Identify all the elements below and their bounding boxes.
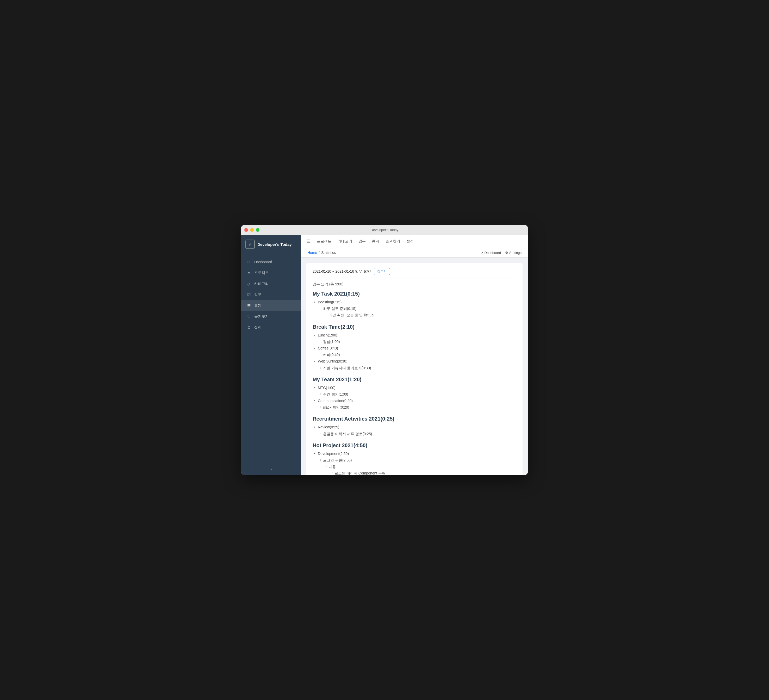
content-area: ☰ 프로젝트 카테고리 업무 통계 즐겨찾기 설정 Home / Statist… [301,235,528,475]
sidebar-nav: ⊙ Dashboard ≡ 프로젝트 ◇ 카테고리 ☑ 업무 ☰ 통계 [241,254,301,462]
sidebar-label-settings: 설정 [254,325,262,330]
toggle-summary-button[interactable]: 감추기 [374,268,390,275]
list-item: MTG(1:00) [313,385,516,391]
task-section: Hot Project 2021(4:50)Development(2:50)로… [313,442,516,475]
breadcrumb-actions: ↗ Dashboard ⚙ Settings [480,251,521,255]
traffic-lights [245,228,259,232]
list-item: 로그인 구현(2:50) [313,457,516,464]
task-section-title: Recruitment Activities 2021(0:25) [313,416,516,422]
summary-total: 업무 요약 (총 9:00) [313,282,516,287]
categories-icon: ◇ [246,281,251,286]
favorites-icon: ♡ [246,314,251,319]
list-item: Boosting(0:15) [313,299,516,305]
list-item: 점심(1:00) [313,339,516,345]
nav-item-categories[interactable]: 카테고리 [338,238,352,245]
tasks-icon: ☑ [246,292,251,297]
sidebar-label-tasks: 업무 [254,292,262,297]
sidebar-label-dashboard: Dashboard [254,260,272,264]
list-item: Development(2:50) [313,451,516,457]
nav-item-settings[interactable]: 설정 [406,238,413,245]
task-section: My Team 2021(1:20)MTG(1:00)주간 회의(1:00)Co… [313,377,516,411]
dashboard-action-icon: ↗ [480,251,483,255]
settings-icon: ⚙ [246,325,251,330]
app-window: Developer's Today ✓ Developer's Today ⊙ … [241,225,528,475]
breadcrumb-current: Statistics [321,250,336,255]
nav-item-projects[interactable]: 프로젝트 [317,238,331,245]
task-section: Break Time(2:10)Lunch(1:00)점심(1:00)Coffe… [313,324,516,371]
sidebar-header: ✓ Developer's Today [241,235,301,254]
dashboard-icon: ⊙ [246,260,251,264]
breadcrumb-bar: Home / Statistics ↗ Dashboard ⚙ Settings [301,248,528,258]
breadcrumb: Home / Statistics [307,250,336,255]
sidebar-collapse-button[interactable]: ‹ [268,465,274,472]
nav-item-tasks[interactable]: 업무 [359,238,366,245]
task-section-title: Hot Project 2021(4:50) [313,442,516,448]
breadcrumb-separator: / [319,250,320,255]
sidebar-item-dashboard[interactable]: ⊙ Dashboard [241,257,301,267]
sidebar-label-categories: 카테고리 [254,281,269,286]
app-logo: ✓ [245,239,255,249]
title-bar: Developer's Today [241,225,528,235]
list-item: 개발 커뮤니티 둘러보기(0:30) [313,365,516,371]
task-section: My Task 2021(0:15)Boosting(0:15)하루 업무 준비… [313,291,516,319]
task-section-title: My Task 2021(0:15) [313,291,516,297]
top-nav: ☰ 프로젝트 카테고리 업무 통계 즐겨찾기 설정 [301,235,528,248]
sidebar-item-statistics[interactable]: ☰ 통계 [241,300,301,311]
summary-date-range: 2021-01-10 ~ 2021-01-16 업무 요약 [313,269,371,274]
list-item: slack 확인(0:20) [313,404,516,411]
summary-card: 2021-01-10 ~ 2021-01-16 업무 요약 감추기 업무 요약 … [306,263,523,475]
list-item: Communication(0:20) [313,398,516,404]
sidebar-item-projects[interactable]: ≡ 프로젝트 [241,267,301,278]
nav-item-favorites[interactable]: 즐겨찾기 [386,238,400,245]
list-item: 로그인 페이지 Component 구현 [313,470,516,475]
sidebar-label-projects: 프로젝트 [254,271,269,275]
sidebar-footer: ‹ [241,462,301,475]
sidebar-label-statistics: 통계 [254,303,262,308]
summary-header: 2021-01-10 ~ 2021-01-16 업무 요약 감추기 [313,268,516,278]
sidebar-label-favorites: 즐겨찾기 [254,314,269,319]
sidebar: ✓ Developer's Today ⊙ Dashboard ≡ 프로젝트 ◇… [241,235,301,475]
maximize-button[interactable] [256,228,259,232]
sidebar-item-settings[interactable]: ⚙ 설정 [241,322,301,333]
nav-item-statistics[interactable]: 통계 [372,238,379,245]
list-item: Lunch(1:00) [313,332,516,339]
breadcrumb-dashboard-label: Dashboard [484,251,501,255]
list-item: 내용 [313,464,516,470]
breadcrumb-settings-action[interactable]: ⚙ Settings [505,251,521,255]
list-item: 주간 회의(1:00) [313,391,516,398]
task-sections: My Task 2021(0:15)Boosting(0:15)하루 업무 준비… [313,291,516,475]
sidebar-item-tasks[interactable]: ☑ 업무 [241,289,301,300]
task-section-title: Break Time(2:10) [313,324,516,330]
breadcrumb-dashboard-action[interactable]: ↗ Dashboard [480,251,501,255]
hamburger-menu[interactable]: ☰ [306,239,310,244]
sidebar-app-name: Developer's Today [257,242,292,247]
projects-icon: ≡ [246,271,251,275]
settings-action-icon: ⚙ [505,251,508,255]
breadcrumb-home[interactable]: Home [307,250,317,255]
sidebar-item-favorites[interactable]: ♡ 즐겨찾기 [241,311,301,322]
minimize-button[interactable] [250,228,254,232]
list-item: Review(0:25) [313,424,516,430]
list-item: Web Surfing(0:30) [313,358,516,364]
list-item: 하루 업무 준비(0:15) [313,305,516,312]
sidebar-item-categories[interactable]: ◇ 카테고리 [241,278,301,289]
logo-icon: ✓ [249,242,252,247]
close-button[interactable] [245,228,248,232]
page-content[interactable]: 2021-01-10 ~ 2021-01-16 업무 요약 감추기 업무 요약 … [301,258,528,475]
task-section-title: My Team 2021(1:20) [313,377,516,382]
list-item: 홍길동 이력서 서류 검토(0:25) [313,431,516,437]
task-section: Recruitment Activities 2021(0:25)Review(… [313,416,516,437]
list-item: 커피(0:40) [313,352,516,358]
breadcrumb-settings-label: Settings [509,251,521,255]
main-layout: ✓ Developer's Today ⊙ Dashboard ≡ 프로젝트 ◇… [241,235,528,475]
window-title: Developer's Today [371,228,398,232]
list-item: Coffee(0:40) [313,345,516,352]
list-item: 메일 확인, 오늘 할 일 list up [313,312,516,318]
statistics-icon: ☰ [246,303,251,308]
